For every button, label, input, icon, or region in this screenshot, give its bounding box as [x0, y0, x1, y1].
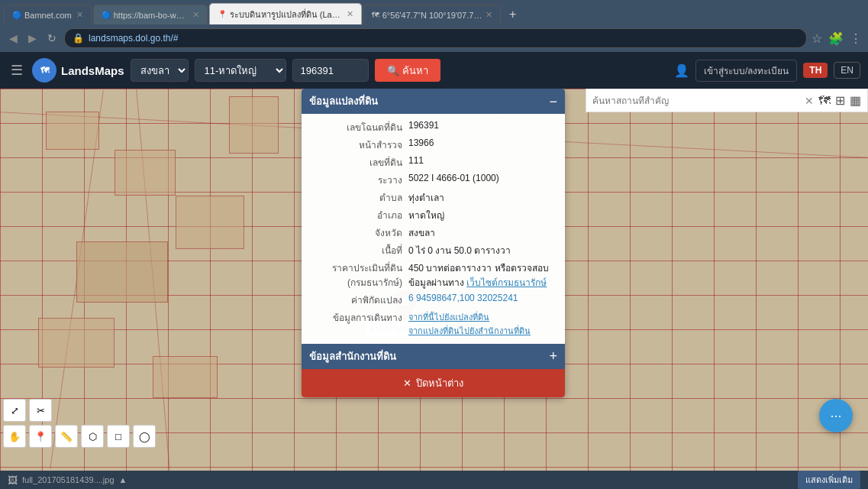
tool-rectangle[interactable]: □	[107, 425, 130, 448]
lang-en-button[interactable]: EN	[834, 62, 860, 79]
map-layers-icon[interactable]: 🗺	[818, 94, 831, 108]
value-subdistrict: ทุ่งตำเลา	[408, 190, 444, 205]
tool-zoom-extent[interactable]: ⤢	[3, 399, 26, 422]
expand-arrow-icon[interactable]: ▲	[119, 475, 127, 484]
file-info: 🖼 full_201705181439....jpg ▲	[8, 474, 127, 486]
field-province: จังหวัด สงขลา	[309, 224, 557, 241]
browser-tab-1[interactable]: 🔵 Bamnet.com ✕	[4, 5, 92, 24]
bookmark-icon[interactable]: ☆	[812, 31, 822, 46]
parcel-fill-1	[115, 150, 176, 196]
field-sheet: ระวาง 5022 I 4666-01 (1000)	[309, 171, 557, 189]
sub-panel-expand[interactable]: +	[549, 348, 557, 364]
logo-area: 🗺 LandsMaps	[32, 58, 124, 83]
field-directions: ข้อมูลการเดินทาง จากที่นี้ไปยังแปลงที่ดิ…	[309, 309, 557, 339]
address-bar[interactable]: 🔒 landsmaps.dol.go.th/#	[64, 28, 807, 48]
parcel-fill-4	[76, 241, 168, 303]
field-parcel-number: เลขโฉนดที่ดิน 196391	[309, 118, 557, 136]
layers-icon[interactable]: ▦	[850, 93, 861, 108]
lang-th-button[interactable]: TH	[803, 63, 828, 78]
important-place-search[interactable]	[592, 96, 800, 106]
new-tab-btn[interactable]: +	[502, 5, 524, 24]
user-icon: 👤	[674, 63, 689, 78]
settings-icon[interactable]: ⋮	[850, 31, 862, 46]
show-more-button[interactable]: แสดงเพิ่มเติม	[798, 471, 860, 489]
tab1-label: Bamnet.com	[24, 11, 72, 20]
tool-measure[interactable]: 📏	[55, 425, 78, 448]
tool-locate[interactable]: 📍	[29, 425, 52, 448]
field-subdistrict: ตำบล ทุ่งตำเลา	[309, 189, 557, 206]
browser-tab-4[interactable]: 🗺 6°56'47.7"N 100°19'07.7"E - Goo... ✕	[363, 5, 501, 24]
parcel-search-input[interactable]	[292, 59, 369, 82]
tab4-label: 6°56'47.7"N 100°19'07.7"E - Goo...	[382, 11, 482, 20]
right-search-panel: ✕ 🗺 ⊞ ▦	[586, 89, 868, 112]
tab1-close[interactable]: ✕	[76, 10, 83, 20]
value-sheet: 5022 I 4666-01 (1000)	[408, 173, 499, 187]
info-panel-body: เลขโฉนดที่ดิน 196391 หน้าสำรวจ 13966 เลข…	[302, 114, 565, 344]
search-icon: 🔍	[387, 65, 399, 76]
label-district: อำเภอ	[309, 208, 408, 222]
hamburger-icon[interactable]: ☰	[8, 59, 26, 82]
sub-panel-title: ข้อมูลสำนักงานที่ดิน	[309, 348, 396, 364]
value-land-number: 111	[408, 155, 424, 170]
tab3-label: ระบบดินหารูปแปลงที่ดิน (LandsMar...	[230, 8, 344, 21]
label-parcel-number: เลขโฉนดที่ดิน	[309, 120, 408, 134]
tool-pan[interactable]: ✋	[3, 425, 26, 448]
tab4-close[interactable]: ✕	[486, 10, 492, 20]
directions-to-parcel-link[interactable]: จากที่นี้ไปยังแปลงที่ดิน	[408, 310, 531, 324]
nav-back[interactable]: ◀	[6, 31, 21, 46]
file-label: full_201705181439....jpg	[22, 475, 115, 484]
tab2-label: https://bam-bo-web-prd.bam.co...	[114, 11, 189, 20]
label-land-number: เลขที่ดิน	[309, 155, 408, 170]
value-area: 0 ไร่ 0 งาน 50.0 ตารางวา	[408, 243, 511, 257]
label-price: ราคาประเมินที่ดิน(กรมธนารักษ์)	[309, 261, 408, 290]
logo-text: LandsMaps	[61, 64, 124, 77]
info-panel-close[interactable]: −	[549, 95, 557, 108]
grid-view-icon[interactable]: ⊞	[835, 93, 845, 108]
field-coords: ค่าพิกัดแปลง 6 94598647,100 32025241	[309, 291, 557, 309]
label-subdistrict: ตำบล	[309, 190, 408, 205]
label-province: จังหวัด	[309, 225, 408, 240]
tool-cut[interactable]: ✂	[29, 399, 52, 422]
parcel-fill-2	[46, 112, 99, 150]
parcel-fill-5	[38, 318, 115, 368]
label-directions: ข้อมูลการเดินทาง	[309, 310, 408, 338]
status-bar: 🖼 full_201705181439....jpg ▲ แสดงเพิ่มเต…	[0, 471, 868, 489]
tab3-close[interactable]: ✕	[347, 9, 353, 19]
directions-from-parcel-link[interactable]: จากแปลงที่ดินไปยังสำนักงานที่ดิน	[408, 324, 531, 338]
parcel-fill-7	[229, 96, 279, 154]
close-label: ปิดหน้าต่าง	[416, 375, 463, 391]
parcel-fill-6	[153, 356, 218, 398]
district-dropdown[interactable]: 11-หาดใหญ่	[195, 59, 286, 82]
close-panel-button[interactable]: ✕ ปิดหน้าต่าง	[302, 369, 565, 397]
field-price: ราคาประเมินที่ดิน(กรมธนารักษ์) 450 บาทต่…	[309, 259, 557, 291]
browser-tab-3[interactable]: 📍 ระบบดินหารูปแปลงที่ดิน (LandsMar... ✕	[209, 3, 362, 24]
nav-forward[interactable]: ▶	[25, 31, 40, 46]
value-survey-page: 13966	[408, 138, 434, 152]
field-district: อำเภอ หาดใหญ่	[309, 206, 557, 224]
logo-circle: 🗺	[32, 58, 56, 83]
search-button[interactable]: 🔍 ค้นหา	[375, 59, 440, 82]
parcel-fill-3	[176, 196, 244, 249]
value-parcel-number: 196391	[408, 120, 439, 134]
left-toolbar: ⤢ ✂ ✋ 📍 📏 ⬡ □ ◯	[3, 399, 156, 448]
label-sheet: ระวาง	[309, 173, 408, 187]
fab-button[interactable]: ···	[819, 399, 853, 432]
file-thumbnail-icon: 🖼	[8, 474, 18, 486]
label-area: เนื้อที่	[309, 243, 408, 257]
value-price: 450 บาทต่อตารางวา หรือตรวจสอบข้อมูลผ่านท…	[408, 261, 557, 290]
label-coords: ค่าพิกัดแปลง	[309, 293, 408, 307]
browser-tab-2[interactable]: 🔵 https://bam-bo-web-prd.bam.co... ✕	[93, 5, 208, 24]
value-district: หาดใหญ่	[408, 208, 444, 222]
value-coords: 6 94598647,100 32025241	[408, 293, 518, 307]
tab2-close[interactable]: ✕	[192, 10, 199, 20]
field-survey-page: หน้าสำรวจ 13966	[309, 136, 557, 154]
login-button[interactable]: เข้าสู่ระบบ/ลงทะเบียน	[695, 60, 797, 82]
treasury-link[interactable]: เว็บไซต์กรมธนารักษ์	[466, 277, 547, 288]
nav-reload[interactable]: ↻	[44, 31, 60, 46]
province-dropdown[interactable]: สงขลา	[131, 59, 189, 82]
info-panel-title: ข้อมูลแปลงที่ดิน	[309, 93, 378, 109]
search-close-icon[interactable]: ✕	[805, 95, 814, 107]
extensions-icon[interactable]: 🧩	[828, 31, 844, 46]
tool-circle[interactable]: ◯	[133, 425, 156, 448]
tool-polygon[interactable]: ⬡	[81, 425, 104, 448]
